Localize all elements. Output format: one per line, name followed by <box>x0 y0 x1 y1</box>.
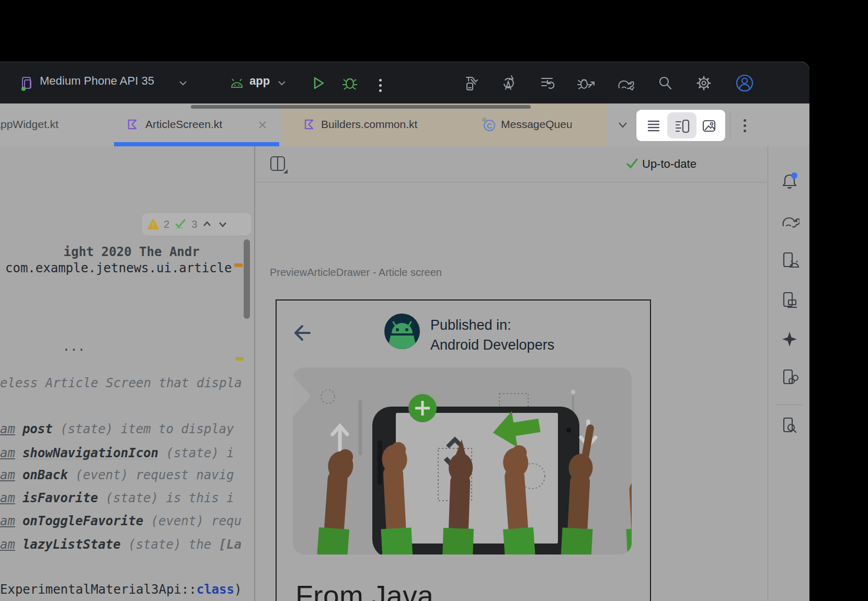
inspections-widget[interactable]: 2 3 <box>141 212 252 236</box>
debug-button[interactable] <box>341 74 359 91</box>
chevron-down-icon[interactable] <box>177 77 189 89</box>
published-in-label: Published in: <box>430 315 511 335</box>
ok-count: 3 <box>191 218 197 230</box>
view-split-icon[interactable] <box>674 118 691 134</box>
code-folded-region[interactable]: ... <box>2 310 85 368</box>
tab-articlescreen[interactable]: ArticleScreen.kt <box>145 118 222 131</box>
code-editor[interactable]: ight 2020 The Andr 2 3 <box>0 146 254 601</box>
device-mirroring-tool-icon[interactable] <box>780 368 800 388</box>
notifications-bell-icon[interactable] <box>780 171 800 191</box>
svg-text:C: C <box>487 122 492 130</box>
preview-layout-mode-icon[interactable] <box>268 154 289 176</box>
tab-messagequeue[interactable]: MessageQueu <box>501 118 573 131</box>
profile-avatar-icon[interactable] <box>734 73 755 94</box>
prev-issue-icon[interactable] <box>201 219 213 229</box>
gradle-tool-icon[interactable] <box>780 211 800 231</box>
tab-fade <box>567 109 608 141</box>
attach-debugger-icon[interactable] <box>576 74 597 93</box>
editor-scrollbar-thumb[interactable] <box>244 239 250 319</box>
ide-content: ight 2020 The Andr 2 3 <box>0 146 809 601</box>
preview-caption[interactable]: PreviewArticleDrawer - Article screen <box>270 267 442 279</box>
code-line-optin: ExperimentalMaterial3Api::class) <box>0 582 242 597</box>
tab-scrollbar[interactable] <box>191 105 531 109</box>
chevron-down-icon[interactable] <box>276 77 288 89</box>
editor-tab-bar: AppWidget.kt ArticleScreen.kt Builders.c… <box>0 103 809 147</box>
view-design-icon[interactable] <box>701 118 717 134</box>
code-line-param-ontogglefavorite: amonToggleFavorite (event) requ <box>0 514 242 528</box>
folded-block <box>2 306 26 330</box>
android-developers-avatar <box>384 314 420 349</box>
main-toolbar: Medium Phone API 35 app <box>0 62 809 104</box>
code-line-package: com.example.jetnews.ui.article <box>5 261 232 275</box>
more-actions-icon[interactable] <box>379 79 382 92</box>
kotlin-file-icon <box>302 118 316 131</box>
scrollbar-warning-mark <box>234 263 243 267</box>
preview-toolbar-border <box>255 182 767 182</box>
article-hero-image <box>293 367 632 554</box>
code-line-param-shownavigationicon: amshowNavigationIcon (state) i <box>0 446 234 460</box>
stripe-divider <box>775 404 803 405</box>
apply-changes-icon[interactable] <box>499 74 518 93</box>
next-issue-icon[interactable] <box>217 219 229 229</box>
desktop: Medium Phone API 35 app <box>0 0 868 601</box>
android-studio-window: Medium Phone API 35 app <box>0 62 809 601</box>
gradle-sync-icon[interactable] <box>615 74 637 93</box>
editor-view-mode-spotlight <box>636 110 725 141</box>
build-hammer-icon[interactable] <box>461 74 480 93</box>
device-manager-icon[interactable] <box>19 76 35 91</box>
right-tool-stripe <box>768 146 809 601</box>
app-inspection-tool-icon[interactable] <box>780 416 800 436</box>
run-button[interactable] <box>309 74 327 92</box>
up-to-date-check-icon <box>625 157 639 170</box>
article-title-line1: From Java <box>295 579 433 601</box>
java-class-icon: C <box>481 117 497 132</box>
code-line-comment: eless Article Screen that displa <box>0 376 242 390</box>
tab-builders-common[interactable]: Builders.common.kt <box>321 118 417 131</box>
device-manager-tool-icon[interactable] <box>780 251 800 271</box>
warning-count: 2 <box>164 218 169 230</box>
active-tab-indicator <box>114 142 279 146</box>
gemini-spark-icon[interactable] <box>781 330 798 348</box>
ok-check-icon <box>174 217 187 231</box>
code-line-param-lazyliststate: amlazyListState (state) the [La <box>0 537 242 552</box>
apply-code-changes-icon[interactable] <box>538 74 556 93</box>
comment-highlight <box>3 212 140 235</box>
compose-preview-pane: Up-to-date PreviewArticleDrawer - Articl… <box>255 146 767 601</box>
device-selector[interactable]: Medium Phone API 35 <box>40 74 154 88</box>
settings-gear-icon[interactable] <box>694 74 713 93</box>
preview-render-frame[interactable]: Published in: Android Developers <box>276 299 651 601</box>
running-devices-tool-icon[interactable] <box>780 291 800 310</box>
android-icon <box>229 77 245 90</box>
search-icon[interactable] <box>656 74 675 93</box>
show-hidden-tabs-icon[interactable] <box>615 113 631 136</box>
warning-icon <box>147 218 159 230</box>
view-code-icon[interactable] <box>646 118 661 134</box>
preview-status: Up-to-date <box>642 157 696 171</box>
close-tab-icon[interactable] <box>257 120 268 130</box>
editor-options-icon[interactable] <box>744 119 746 132</box>
kotlin-file-icon <box>125 118 139 131</box>
scrollbar-weak-warning-mark <box>235 357 244 361</box>
toolbar-divider <box>730 112 730 139</box>
back-arrow-icon[interactable] <box>291 321 314 344</box>
tab-appwidget[interactable]: AppWidget.kt <box>0 118 59 131</box>
publisher-name: Android Developers <box>430 335 554 355</box>
code-line-param-post: ampost (state) item to display <box>0 422 234 436</box>
code-line-param-onback: amonBack (event) request navig <box>0 468 234 482</box>
code-line-param-isfavorite: amisFavorite (state) is this i <box>0 491 234 505</box>
run-configuration-selector[interactable]: app <box>249 74 270 88</box>
